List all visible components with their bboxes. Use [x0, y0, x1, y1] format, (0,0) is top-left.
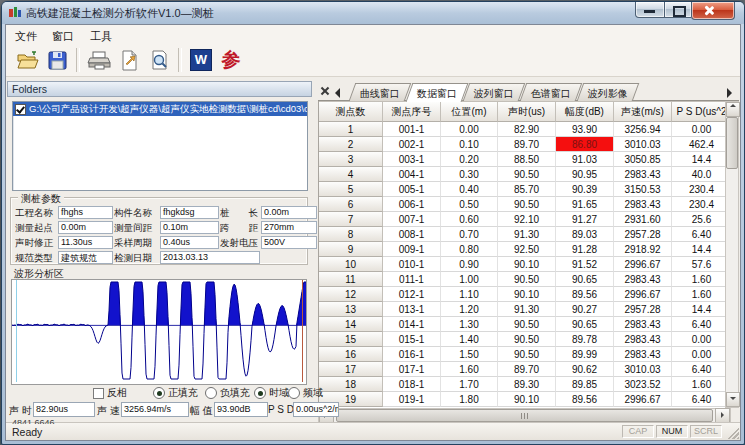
row-number-cell[interactable]: 1	[319, 122, 383, 137]
table-cell[interactable]: 013-1	[383, 302, 441, 317]
row-number-cell[interactable]: 15	[319, 332, 383, 347]
titlebar[interactable]: 高铁建混凝土检测分析软件V1.0—测桩	[2, 2, 744, 24]
table-cell[interactable]: 002-1	[383, 137, 441, 152]
row-number-cell[interactable]: 17	[319, 362, 383, 377]
table-cell[interactable]: 2918.92	[614, 242, 672, 257]
table-cell[interactable]: 0.90	[441, 257, 498, 272]
table-cell[interactable]: 008-1	[383, 227, 441, 242]
vertical-scrollbar[interactable]	[725, 101, 739, 408]
scroll-up-button[interactable]	[726, 102, 740, 117]
table-cell[interactable]: 2996.67	[614, 392, 672, 407]
tab-scroll-right-button[interactable]	[724, 87, 736, 98]
param-value[interactable]: 270mm	[261, 221, 317, 234]
table-cell[interactable]: 89.70	[498, 137, 556, 152]
table-cell[interactable]: 2983.43	[614, 167, 672, 182]
param-value[interactable]: 0.10m	[160, 221, 219, 234]
table-cell[interactable]: 90.62	[556, 362, 614, 377]
param-value[interactable]: 11.30us	[58, 236, 113, 249]
table-cell[interactable]: 0.00	[672, 347, 731, 362]
table-cell[interactable]: 90.50	[498, 347, 556, 362]
maximize-button[interactable]	[665, 2, 691, 18]
table-cell[interactable]: 014-1	[383, 317, 441, 332]
menu-file[interactable]: 文件	[11, 28, 41, 45]
row-number-cell[interactable]: 5	[319, 182, 383, 197]
table-cell[interactable]: 6.40	[672, 227, 731, 242]
parameters-button[interactable]: 参	[216, 46, 246, 74]
table-cell[interactable]: 90.10	[498, 287, 556, 302]
horizontal-scroll-thumb[interactable]	[336, 409, 713, 422]
table-cell[interactable]: 90.50	[498, 197, 556, 212]
table-cell[interactable]: 0.00	[672, 122, 731, 137]
table-cell[interactable]: 90.50	[498, 272, 556, 287]
table-cell[interactable]: 3150.53	[614, 182, 672, 197]
table-cell[interactable]: 0.60	[441, 212, 498, 227]
param-value[interactable]: fhgkdsg	[160, 206, 219, 219]
open-file-button[interactable]	[12, 46, 42, 74]
tab-5[interactable]: 波列影像	[577, 83, 640, 101]
row-number-cell[interactable]: 8	[319, 227, 383, 242]
table-cell[interactable]: 0.40	[441, 182, 498, 197]
table-cell[interactable]: 230.4	[672, 182, 731, 197]
table-cell[interactable]: 007-1	[383, 212, 441, 227]
close-button[interactable]	[691, 2, 735, 20]
radio-fill-positive[interactable]: 正填充	[153, 386, 198, 400]
table-cell[interactable]: 010-1	[383, 257, 441, 272]
param-value[interactable]: 0.40us	[160, 236, 219, 249]
export-report-button[interactable]	[114, 46, 144, 74]
table-cell[interactable]: 91.03	[556, 152, 614, 167]
table-cell[interactable]: 1.40	[441, 332, 498, 347]
pane-close-button[interactable]	[319, 85, 331, 97]
table-cell[interactable]: 1.80	[441, 392, 498, 407]
table-cell[interactable]: 3023.52	[614, 377, 672, 392]
table-cell[interactable]: 85.70	[498, 182, 556, 197]
table-cell[interactable]: 0.10	[441, 137, 498, 152]
scroll-down-button[interactable]	[726, 392, 740, 407]
table-cell[interactable]: 006-1	[383, 197, 441, 212]
radio-fill-negative[interactable]: 负填充	[205, 386, 250, 400]
table-cell[interactable]: 3050.85	[614, 152, 672, 167]
sound-speed-value[interactable]: 3256.94m/s	[121, 402, 189, 417]
param-value[interactable]: 500V	[261, 236, 317, 249]
param-value[interactable]: 建筑规范	[58, 251, 113, 264]
folder-item[interactable]: G:\公司产品设计开发\超声仪器\超声仪实地检测数据\测桩cd\cd03\cd0…	[13, 102, 307, 116]
table-cell[interactable]: 0.00	[441, 122, 498, 137]
table-cell[interactable]: 25.6	[672, 212, 731, 227]
table-cell[interactable]: 14.4	[672, 302, 731, 317]
table-cell[interactable]: 2957.28	[614, 227, 672, 242]
table-cell[interactable]: 2996.67	[614, 257, 672, 272]
table-cell[interactable]: 90.95	[556, 167, 614, 182]
menu-window[interactable]: 窗口	[48, 28, 78, 45]
table-cell[interactable]: 91.27	[556, 212, 614, 227]
table-cell[interactable]: 2983.43	[614, 272, 672, 287]
table-cell[interactable]: 90.50	[498, 167, 556, 182]
table-cell[interactable]: 1.30	[441, 317, 498, 332]
table-cell[interactable]: 6.40	[672, 362, 731, 377]
table-cell[interactable]: 14.4	[672, 152, 731, 167]
table-cell[interactable]: 1.20	[441, 302, 498, 317]
param-value[interactable]: fhghs	[58, 206, 113, 219]
waveform-area[interactable]	[11, 279, 307, 385]
tab-1[interactable]: 曲线窗口	[349, 83, 412, 101]
table-cell[interactable]: 2983.43	[614, 317, 672, 332]
amplitude-value[interactable]: 93.90dB	[214, 402, 268, 417]
row-number-cell[interactable]: 6	[319, 197, 383, 212]
table-cell[interactable]: 2983.43	[614, 197, 672, 212]
table-cell[interactable]: 017-1	[383, 362, 441, 377]
table-cell[interactable]: 2996.67	[614, 287, 672, 302]
horizontal-scrollbar[interactable]	[318, 408, 731, 423]
table-cell[interactable]: 005-1	[383, 182, 441, 197]
table-cell[interactable]: 89.70	[498, 362, 556, 377]
table-cell[interactable]: 90.10	[498, 257, 556, 272]
table-cell[interactable]: 89.56	[556, 287, 614, 302]
resize-grip[interactable]	[727, 427, 739, 439]
table-cell[interactable]: 86.80	[556, 137, 614, 152]
radio-freq-domain[interactable]: 频域	[288, 386, 323, 400]
table-cell[interactable]: 89.30	[498, 377, 556, 392]
table-cell[interactable]: 91.30	[498, 302, 556, 317]
table-cell[interactable]: 1.00	[441, 272, 498, 287]
table-cell[interactable]: 1.60	[441, 362, 498, 377]
folder-checkbox[interactable]	[15, 104, 26, 115]
table-cell[interactable]: 90.65	[556, 317, 614, 332]
radio-time-domain[interactable]: 时域	[254, 386, 289, 400]
table-cell[interactable]: 009-1	[383, 242, 441, 257]
